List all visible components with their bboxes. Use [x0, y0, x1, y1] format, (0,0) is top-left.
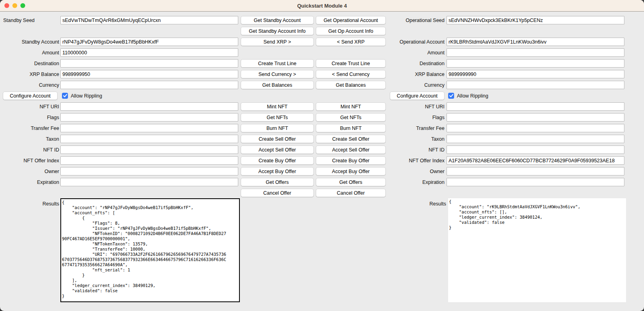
mint-nft-standby-button[interactable]: Mint NFT — [241, 102, 314, 111]
standby-expiration-input[interactable] — [60, 178, 238, 186]
close-button[interactable] — [4, 3, 9, 8]
standby-account-input[interactable] — [60, 38, 238, 46]
standby-seed-input[interactable] — [60, 16, 238, 24]
minimize-button[interactable] — [12, 3, 17, 8]
allow-rippling-standby-checkbox[interactable] — [62, 93, 68, 99]
create-sell-offer-standby-button[interactable]: Create Sell Offer — [241, 135, 314, 143]
operational-account-input[interactable] — [447, 38, 624, 46]
send-xrp-standby-button[interactable]: Send XRP > — [241, 38, 314, 46]
get-operational-account-button[interactable]: Get Operational Account — [316, 16, 386, 24]
standby-nft-id-input[interactable] — [60, 146, 238, 154]
standby-flags-input[interactable] — [60, 113, 238, 122]
operational-taxon-input[interactable] — [447, 135, 624, 143]
standby-results-text[interactable]: { "account": "rNP47gJFvDyW8gsDo4weB17if5… — [60, 198, 240, 302]
operational-nft-uri-input[interactable] — [447, 102, 624, 111]
accept-buy-offer-standby-button[interactable]: Accept Buy Offer — [241, 167, 314, 175]
operational-flags-label: Flags — [386, 115, 445, 120]
operational-seed-label: Operational Seed — [386, 18, 445, 23]
currency-row: Currency Get Balances Get Balances Curre… — [0, 80, 644, 90]
standby-owner-input[interactable] — [60, 167, 238, 175]
standby-nft-offer-index-label: NFT Offer Index — [0, 158, 59, 163]
operational-flags-input[interactable] — [447, 113, 624, 122]
operational-amount-input[interactable] — [447, 48, 624, 57]
get-standby-account-info-button[interactable]: Get Standby Account Info — [241, 27, 314, 35]
operational-currency-input[interactable] — [447, 81, 624, 89]
standby-currency-label: Currency — [0, 82, 59, 88]
standby-transfer-fee-input[interactable] — [60, 124, 238, 132]
account-row: Standby Account Send XRP > < Send XRP Op… — [0, 36, 644, 47]
standby-xrp-balance-label: XRP Balance — [0, 72, 59, 77]
titlebar: Quickstart Module 4 — [0, 0, 644, 12]
burn-nft-standby-button[interactable]: Burn NFT — [241, 124, 314, 132]
seed-row: Standby Seed Get Standby Account Get Ope… — [0, 15, 644, 26]
operational-nft-offer-index-label: NFT Offer Index — [386, 158, 445, 163]
nft-uri-row: NFT URI Mint NFT Mint NFT NFT URI — [0, 101, 644, 112]
operational-seed-input[interactable] — [447, 16, 624, 24]
create-trust-line-operational-button[interactable]: Create Trust Line — [316, 59, 386, 68]
expiration-row: Expiration Get Offers Get Offers Expirat… — [0, 177, 644, 187]
standby-nft-uri-input[interactable] — [60, 102, 238, 111]
accept-buy-offer-operational-button[interactable]: Accept Buy Offer — [316, 167, 386, 175]
amount-row: Amount Amount — [0, 47, 644, 58]
mint-nft-operational-button[interactable]: Mint NFT — [316, 102, 386, 111]
nft-offer-index-row: NFT Offer Index Create Buy Offer Create … — [0, 155, 644, 166]
standby-amount-input[interactable] — [60, 48, 238, 57]
create-buy-offer-operational-button[interactable]: Create Buy Offer — [316, 156, 386, 165]
send-xrp-operational-button[interactable]: < Send XRP — [316, 38, 386, 46]
operational-transfer-fee-input[interactable] — [447, 124, 624, 132]
nft-id-row: NFT ID Accept Sell Offer Accept Sell Off… — [0, 144, 644, 155]
operational-nft-uri-label: NFT URI — [386, 104, 445, 110]
operational-results-text[interactable]: { "account": "rK9LBRhStdmtAaVdJXGVF1LnKW… — [448, 198, 626, 302]
operational-owner-label: Owner — [386, 169, 445, 174]
operational-nft-id-input[interactable] — [447, 146, 624, 154]
send-currency-standby-button[interactable]: Send Currency > — [241, 70, 314, 78]
standby-flags-label: Flags — [0, 115, 59, 120]
app-window: Quickstart Module 4 Standby Seed Get Sta… — [0, 0, 644, 311]
get-nfts-standby-button[interactable]: Get NFTs — [241, 113, 314, 122]
standby-nft-offer-index-input[interactable] — [60, 156, 238, 165]
accept-sell-offer-operational-button[interactable]: Accept Sell Offer — [316, 146, 386, 154]
standby-seed-label: Standby Seed — [0, 18, 59, 23]
get-offers-operational-button[interactable]: Get Offers — [316, 178, 386, 186]
operational-nft-id-label: NFT ID — [386, 147, 445, 153]
operational-transfer-fee-label: Transfer Fee — [386, 126, 445, 131]
get-op-account-info-button[interactable]: Get Op Account Info — [316, 27, 386, 35]
operational-nft-offer-index-input[interactable] — [447, 156, 624, 165]
operational-destination-input[interactable] — [447, 59, 624, 68]
standby-taxon-input[interactable] — [60, 135, 238, 143]
standby-destination-input[interactable] — [60, 59, 238, 68]
main-content: Standby Seed Get Standby Account Get Ope… — [0, 12, 644, 303]
operational-expiration-input[interactable] — [447, 178, 624, 186]
cancel-offer-row: Cancel Offer Cancel Offer — [0, 187, 644, 198]
get-balances-operational-button[interactable]: Get Balances — [316, 81, 386, 89]
operational-owner-input[interactable] — [447, 167, 624, 175]
configure-account-standby-button[interactable]: Configure Account — [3, 92, 58, 100]
operational-results-label: Results — [387, 198, 446, 207]
standby-account-label: Standby Account — [0, 39, 59, 45]
create-trust-line-standby-button[interactable]: Create Trust Line — [241, 59, 314, 68]
burn-nft-operational-button[interactable]: Burn NFT — [316, 124, 386, 132]
allow-rippling-operational-checkbox[interactable] — [448, 93, 454, 99]
create-buy-offer-standby-button[interactable]: Create Buy Offer — [241, 156, 314, 165]
configure-account-operational-button[interactable]: Configure Account — [390, 92, 445, 100]
accept-sell-offer-standby-button[interactable]: Accept Sell Offer — [241, 146, 314, 154]
owner-row: Owner Accept Buy Offer Accept Buy Offer … — [0, 166, 644, 177]
standby-nft-id-label: NFT ID — [0, 147, 59, 153]
operational-account-label: Operational Account — [386, 39, 445, 45]
create-sell-offer-operational-button[interactable]: Create Sell Offer — [316, 135, 386, 143]
operational-expiration-label: Expiration — [386, 179, 445, 185]
standby-currency-input[interactable] — [60, 81, 238, 89]
get-offers-standby-button[interactable]: Get Offers — [241, 178, 314, 186]
get-standby-account-button[interactable]: Get Standby Account — [241, 16, 314, 24]
standby-expiration-label: Expiration — [0, 179, 59, 185]
send-currency-operational-button[interactable]: < Send Currency — [316, 70, 386, 78]
standby-nft-uri-label: NFT URI — [0, 104, 59, 110]
get-balances-standby-button[interactable]: Get Balances — [241, 81, 314, 89]
standby-xrp-balance-input[interactable] — [60, 70, 238, 78]
cancel-offer-standby-button[interactable]: Cancel Offer — [241, 189, 314, 197]
zoom-button[interactable] — [20, 3, 25, 8]
get-nfts-operational-button[interactable]: Get NFTs — [316, 113, 386, 122]
window-title: Quickstart Module 4 — [297, 3, 347, 9]
operational-xrp-balance-input[interactable] — [447, 70, 624, 78]
cancel-offer-operational-button[interactable]: Cancel Offer — [316, 189, 386, 197]
